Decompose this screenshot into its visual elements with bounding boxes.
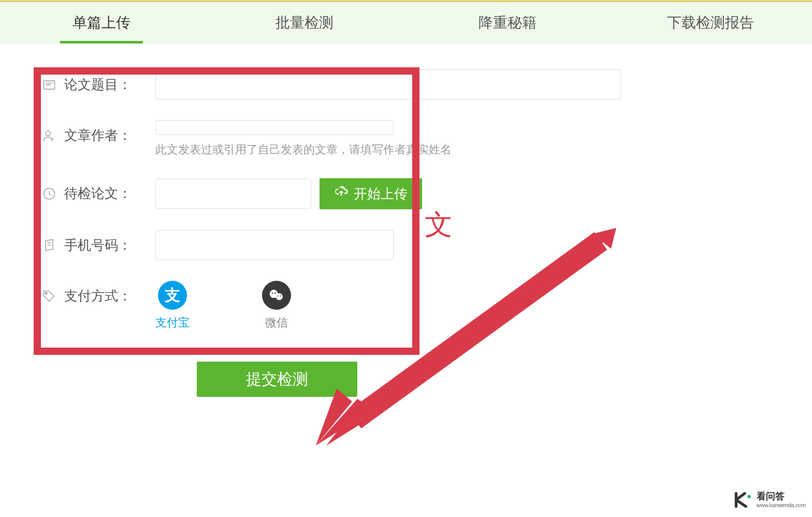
payment-label-wechat: 微信 (265, 315, 288, 331)
row-author: 文章作者： 此文发表过或引用了自己发表的文章，请填写作者真实姓名 (41, 120, 771, 157)
label-paper: 待检论文： (41, 184, 155, 203)
svg-point-10 (272, 293, 273, 294)
label-text: 支付方式： (64, 287, 132, 305)
tab-download-report[interactable]: 下载检测报告 (609, 2, 812, 44)
upload-cloud-icon (334, 185, 349, 203)
payment-label-alipay: 支付宝 (155, 315, 190, 331)
label-payment: 支付方式： (41, 287, 155, 305)
label-phone: 手机号码： (41, 236, 155, 254)
tab-label: 降重秘籍 (479, 13, 536, 33)
svg-point-7 (45, 292, 47, 294)
watermark-brand: 看问答 (757, 492, 806, 502)
svg-point-9 (276, 293, 283, 300)
note-icon (41, 238, 57, 253)
upload-button-label: 开始上传 (354, 185, 408, 203)
svg-point-3 (46, 131, 50, 135)
payment-option-alipay[interactable]: 支 支付宝 (155, 281, 190, 331)
submit-button[interactable]: 提交检测 (197, 362, 357, 397)
submit-button-label: 提交检测 (246, 370, 308, 387)
label-text: 手机号码： (64, 236, 132, 254)
svg-point-18 (747, 495, 750, 498)
svg-line-5 (48, 242, 51, 243)
label-author: 文章作者： (41, 126, 155, 145)
tab-batch-check[interactable]: 批量检测 (203, 2, 406, 44)
watermark: 看问答 www.kanwenda.com (732, 489, 806, 511)
row-paper: 待检论文： 开始上传 (41, 178, 771, 209)
phone-input[interactable] (155, 230, 394, 260)
payment-option-wechat[interactable]: 微信 (262, 281, 291, 331)
person-icon (41, 128, 57, 143)
tag-icon (41, 289, 57, 304)
row-title: 论文题目： (41, 69, 771, 99)
svg-point-11 (274, 293, 276, 294)
author-input[interactable] (155, 120, 394, 135)
document-icon (41, 77, 57, 93)
alipay-icon: 支 (158, 281, 187, 310)
tab-single-upload[interactable]: 单篇上传 (0, 2, 203, 44)
check-badge-icon (41, 186, 57, 202)
label-text: 文章作者： (64, 126, 132, 145)
tab-label: 批量检测 (276, 13, 334, 33)
label-text: 论文题目： (64, 76, 132, 94)
watermark-logo-icon (732, 489, 753, 511)
svg-point-12 (278, 295, 279, 296)
label-title: 论文题目： (41, 76, 155, 94)
wechat-icon (262, 281, 291, 310)
paper-input[interactable] (155, 179, 311, 209)
watermark-url: www.kanwenda.com (757, 502, 806, 508)
author-hint: 此文发表过或引用了自己发表的文章，请填写作者真实姓名 (155, 142, 771, 157)
svg-line-6 (48, 245, 51, 245)
row-phone: 手机号码： (41, 230, 771, 260)
row-payment: 支付方式： 支 支付宝 微信 (41, 281, 771, 331)
form-container: 论文题目： 文章作者： 此文发表过或引用了自己发表的文章，请填写作者真实姓名 待… (0, 44, 812, 423)
tab-label: 下载检测报告 (667, 13, 754, 33)
tab-label: 单篇上传 (72, 13, 130, 33)
svg-point-13 (280, 295, 281, 296)
label-text: 待检论文： (64, 184, 132, 203)
tab-reduce-tips[interactable]: 降重秘籍 (406, 2, 609, 44)
tabs-container: 单篇上传 批量检测 降重秘籍 下载检测报告 (0, 2, 812, 44)
upload-button[interactable]: 开始上传 (320, 178, 422, 209)
title-input[interactable] (155, 69, 621, 99)
